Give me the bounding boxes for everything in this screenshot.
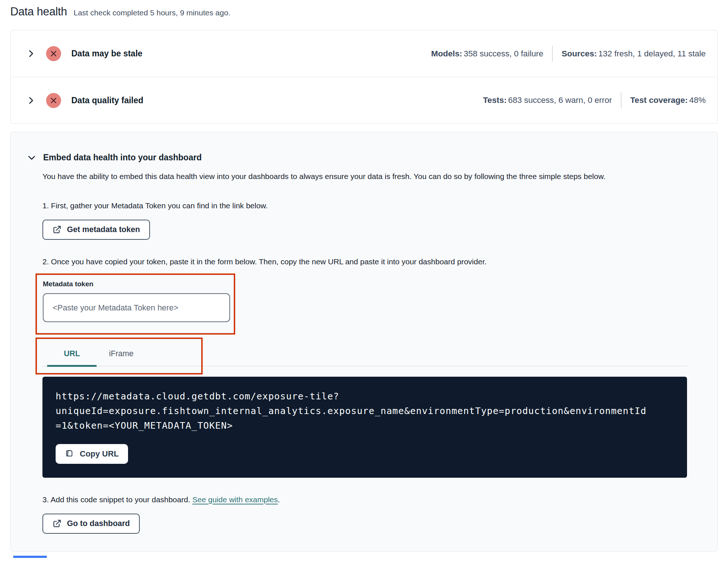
tab-iframe-label: iFrame (109, 349, 134, 358)
embed-url-line1: https://metadata.cloud.getdbt.com/exposu… (56, 389, 674, 404)
tab-iframe[interactable]: iFrame (97, 343, 146, 367)
embed-section-header[interactable]: Embed data health into your dashboard (27, 153, 717, 163)
external-link-icon (52, 519, 61, 528)
embed-url-line2: uniqueId=exposure.fishtown_internal_anal… (56, 404, 674, 418)
sources-stat-label: Sources: (562, 49, 597, 58)
copy-url-button[interactable]: Copy URL (56, 444, 128, 464)
page-title: Data health (10, 5, 67, 18)
last-check-status: Last check completed 5 hours, 9 minutes … (74, 8, 230, 17)
x-circle-icon (46, 46, 61, 61)
models-stat-value: 358 success, 0 failure (464, 49, 544, 58)
tests-stat-label: Tests: (483, 96, 507, 105)
status-row-data-quality-failed[interactable]: Data quality failed Tests:683 success, 6… (11, 77, 717, 123)
x-circle-icon (46, 93, 61, 108)
tests-stat: Tests:683 success, 6 warn, 0 error (483, 96, 612, 105)
focus-indicator-fragment (13, 556, 47, 558)
models-stat-label: Models: (431, 49, 462, 58)
embed-url-code-block: https://metadata.cloud.getdbt.com/exposu… (42, 377, 687, 478)
output-format-tabs: URL iFrame (42, 343, 687, 366)
step3-text: 3. Add this code snippet to your dashboa… (42, 495, 687, 504)
test-coverage-stat: Test coverage:48% (630, 96, 706, 105)
test-coverage-stat-label: Test coverage: (630, 96, 688, 105)
status-row-title: Data may be stale (71, 49, 142, 59)
get-metadata-token-label: Get metadata token (67, 225, 140, 234)
sources-stat-value: 132 fresh, 1 delayed, 11 stale (598, 49, 706, 58)
metadata-token-input[interactable] (43, 293, 230, 322)
get-metadata-token-button[interactable]: Get metadata token (42, 220, 150, 240)
data-health-status-card: Data may be stale Models:358 success, 0 … (10, 30, 718, 124)
tests-stat-value: 683 success, 6 warn, 0 error (508, 96, 612, 105)
chevron-right-icon[interactable] (26, 96, 36, 105)
test-coverage-stat-value: 48% (689, 96, 706, 105)
status-row-data-may-be-stale[interactable]: Data may be stale Models:358 success, 0 … (11, 30, 717, 77)
embed-url-line3: =1&token=<YOUR_METADATA_TOKEN> (56, 418, 674, 433)
stat-divider (621, 92, 622, 108)
step3-text-before: 3. Add this code snippet to your dashboa… (42, 495, 192, 504)
step3-text-after: . (278, 495, 280, 504)
chevron-right-icon[interactable] (26, 49, 36, 59)
page-header: Data health Last check completed 5 hours… (0, 0, 728, 18)
copy-url-label: Copy URL (80, 449, 119, 459)
see-guide-link[interactable]: See guide with examples (192, 495, 278, 504)
go-to-dashboard-label: Go to dashboard (67, 519, 130, 528)
metadata-token-label: Metadata token (43, 280, 234, 288)
models-stat: Models:358 success, 0 failure (431, 49, 544, 59)
go-to-dashboard-button[interactable]: Go to dashboard (42, 514, 140, 534)
stat-divider (552, 46, 553, 62)
embed-description: You have the ability to embed this data … (42, 169, 675, 184)
external-link-icon (52, 225, 61, 234)
sources-stat: Sources:132 fresh, 1 delayed, 11 stale (562, 49, 706, 59)
embed-section-title: Embed data health into your dashboard (43, 153, 202, 163)
step2-text: 2. Once you have copied your token, past… (42, 257, 687, 266)
tab-url[interactable]: URL (47, 343, 97, 367)
embed-section-content: You have the ability to embed this data … (42, 169, 687, 534)
status-row-title: Data quality failed (71, 96, 143, 105)
copy-icon (65, 449, 74, 458)
tab-url-label: URL (64, 349, 80, 358)
metadata-token-annotation-box: Metadata token (35, 273, 235, 335)
embed-section-card: Embed data health into your dashboard Yo… (10, 132, 718, 552)
chevron-down-icon[interactable] (27, 153, 37, 163)
step1-text: 1. First, gather your Metadata Token you… (42, 201, 687, 210)
